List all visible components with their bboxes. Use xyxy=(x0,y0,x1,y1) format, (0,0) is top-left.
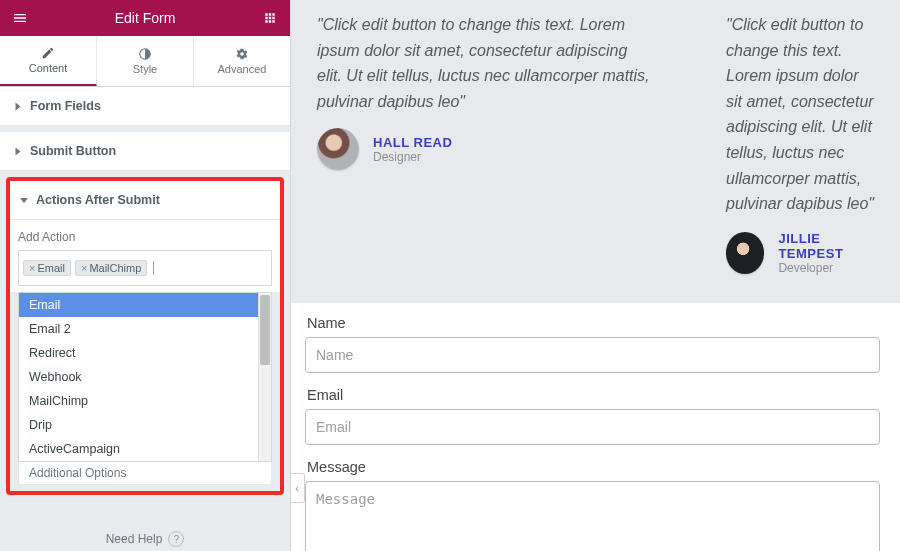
section-label: Form Fields xyxy=(30,99,101,113)
avatar xyxy=(726,232,764,274)
action-tag[interactable]: ×Email xyxy=(23,260,71,276)
tab-content[interactable]: Content xyxy=(0,36,97,86)
dropdown-option[interactable]: Webhook xyxy=(19,365,271,389)
panel-title: Edit Form xyxy=(30,10,260,26)
avatar xyxy=(317,128,359,170)
tab-label: Style xyxy=(133,63,157,75)
testimonial-role: Developer xyxy=(778,261,880,275)
add-action-label: Add Action xyxy=(18,230,272,244)
tab-advanced[interactable]: Advanced xyxy=(194,36,290,86)
dropdown-option[interactable]: Email xyxy=(19,293,271,317)
dropdown-option[interactable]: Drip xyxy=(19,413,271,437)
field-label-message: Message xyxy=(307,459,880,475)
sidebar-header: Edit Form xyxy=(0,0,290,36)
actions-tag-input[interactable]: ×Email ×MailChimp xyxy=(18,250,272,286)
chevron-right-icon xyxy=(16,102,21,110)
tab-label: Content xyxy=(29,62,68,74)
editor-tabs: Content Style Advanced xyxy=(0,36,290,87)
testimonial-profile: JILLIE TEMPEST Developer xyxy=(720,231,880,275)
dropdown-scrollbar[interactable] xyxy=(258,293,271,461)
testimonial-quote: "Click edit button to change this text. … xyxy=(311,12,660,114)
tab-style[interactable]: Style xyxy=(97,36,194,86)
name-input[interactable] xyxy=(305,337,880,373)
dropdown-option[interactable]: MailChimp xyxy=(19,389,271,413)
text-cursor xyxy=(153,261,154,275)
testimonial-card[interactable]: "Click edit button to change this text. … xyxy=(311,12,660,275)
testimonial-quote: "Click edit button to change this text. … xyxy=(720,12,880,217)
testimonial-profile: HALL READ Designer xyxy=(311,128,660,170)
testimonial-name: HALL READ xyxy=(373,135,452,150)
preview-canvas: "Click edit button to change this text. … xyxy=(291,0,900,551)
section-form-fields[interactable]: Form Fields xyxy=(0,87,290,126)
chevron-right-icon xyxy=(16,147,21,155)
tag-remove-icon[interactable]: × xyxy=(29,262,35,274)
actions-dropdown[interactable]: Email Email 2 Redirect Webhook MailChimp… xyxy=(18,292,272,462)
highlight-annotation: Actions After Submit Add Action ×Email ×… xyxy=(6,177,284,495)
dropdown-option[interactable]: Redirect xyxy=(19,341,271,365)
editor-sidebar: Edit Form Content Style Advanced Form xyxy=(0,0,291,551)
scrollbar-thumb[interactable] xyxy=(260,295,270,365)
apps-grid-icon[interactable] xyxy=(260,8,280,28)
section-label: Actions After Submit xyxy=(36,193,160,207)
contact-form-widget[interactable]: ‹ Name Email Message Send xyxy=(291,303,900,551)
help-icon: ? xyxy=(168,531,184,547)
action-tag[interactable]: ×MailChimp xyxy=(75,260,147,276)
testimonial-card[interactable]: "Click edit button to change this text. … xyxy=(720,12,880,275)
need-help-label: Need Help xyxy=(106,532,163,546)
email-input[interactable] xyxy=(305,409,880,445)
testimonials-row: "Click edit button to change this text. … xyxy=(291,0,900,303)
section-submit-button[interactable]: Submit Button xyxy=(0,132,290,171)
testimonial-name: JILLIE TEMPEST xyxy=(778,231,880,261)
need-help-link[interactable]: Need Help ? xyxy=(0,495,290,551)
add-action-panel: Add Action ×Email ×MailChimp xyxy=(10,220,280,292)
field-label-name: Name xyxy=(307,315,880,331)
field-label-email: Email xyxy=(307,387,880,403)
section-label: Submit Button xyxy=(30,144,116,158)
section-additional-options[interactable]: Additional Options xyxy=(18,462,272,485)
section-actions-after-submit[interactable]: Actions After Submit xyxy=(10,181,280,220)
panel-collapse-handle[interactable]: ‹ xyxy=(291,473,305,503)
tab-label: Advanced xyxy=(218,63,267,75)
testimonial-role: Designer xyxy=(373,150,452,164)
sections-list: Form Fields Submit Button Actions After … xyxy=(0,87,290,551)
dropdown-option[interactable]: Email 2 xyxy=(19,317,271,341)
actions-dropdown-list: Email Email 2 Redirect Webhook MailChimp… xyxy=(19,293,271,461)
tag-remove-icon[interactable]: × xyxy=(81,262,87,274)
message-textarea[interactable] xyxy=(305,481,880,551)
dropdown-option[interactable]: ActiveCampaign xyxy=(19,437,271,461)
chevron-down-icon xyxy=(20,198,28,203)
menu-icon[interactable] xyxy=(10,8,30,28)
